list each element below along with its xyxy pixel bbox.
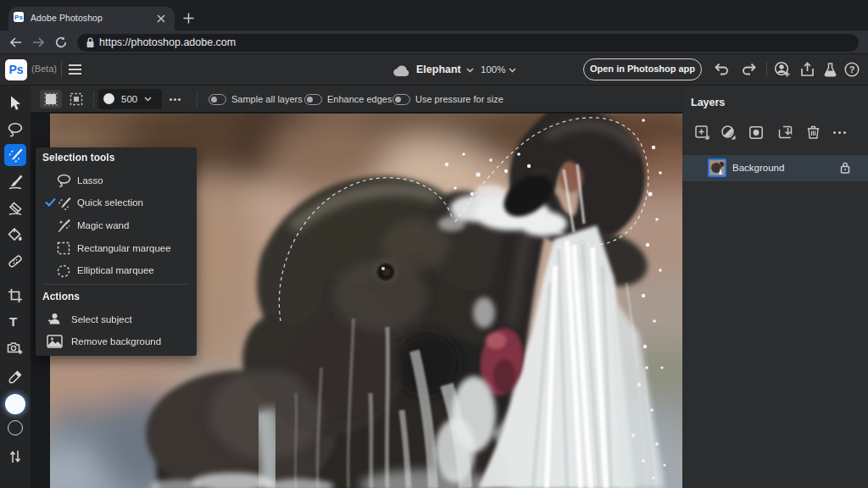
svg-text:?: ? (849, 64, 855, 75)
